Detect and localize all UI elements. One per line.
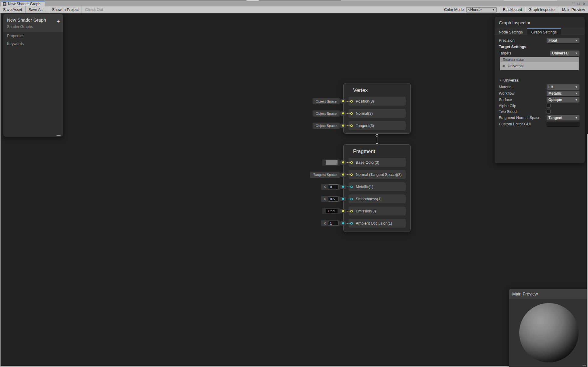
edge-connector-line[interactable] [377, 137, 377, 143]
port-widget: Object Space [313, 123, 351, 129]
port-row-normal: Object Space Normal(3) [348, 109, 406, 118]
color-mode-dropdown[interactable]: <None> ▼ [466, 7, 497, 12]
save-as-button[interactable]: Save As... [26, 6, 49, 13]
float-field: X 0.5 [321, 196, 340, 202]
graph-inspector-panel: Graph Inspector Node Settings Graph Sett… [494, 17, 585, 163]
port-row-tangent: Object Space Tangent(3) [348, 121, 406, 130]
fragment-ports: Base Color(3) Tangent Space Normal (Tang… [344, 158, 410, 228]
port-dash-connector [347, 187, 351, 187]
custom-editor-gui-input[interactable] [547, 122, 579, 127]
fragment-node[interactable]: Fragment Base Color(3) Tangent Space [343, 144, 411, 232]
tab-title: New Shader Graph [8, 2, 40, 6]
main-preview-toggle-button[interactable]: Main Preview [559, 6, 588, 13]
port-row-base-color: Base Color(3) [348, 158, 406, 167]
edge-connector-top[interactable] [376, 134, 378, 137]
targets-value: Universal [552, 51, 569, 55]
float-value-input[interactable]: 1 [328, 221, 338, 226]
port-widget: HDR [322, 208, 351, 214]
workflow-value: Metallic [548, 91, 562, 96]
port-dash-connector [347, 162, 351, 163]
main-preview-panel: Main Preview [509, 288, 588, 367]
tab-graph-settings[interactable]: Graph Settings [527, 28, 561, 35]
preview-resize-handle[interactable] [583, 365, 586, 365]
port-value-dot[interactable] [340, 173, 346, 177]
precision-dropdown[interactable]: Float ▼ [547, 38, 579, 43]
chevron-down-icon: ▼ [575, 52, 578, 55]
vector3-dot-icon [342, 173, 344, 176]
workflow-dropdown[interactable]: Metallic ▼ [547, 91, 579, 96]
reorder-header: Reorder data: [500, 57, 579, 62]
blackboard-section-keywords[interactable]: Keywords [3, 40, 63, 47]
space-dropdown-chip[interactable]: Object Space [313, 98, 340, 104]
reorder-item-universal[interactable]: = Universal [500, 62, 579, 70]
vector3-dot-icon [342, 100, 344, 102]
port-value-dot[interactable] [340, 160, 346, 165]
port-label: Base Color(3) [356, 160, 379, 165]
blackboard-panel: New Shader Graph Shader Graphs + Propert… [3, 14, 63, 137]
port-value-dot[interactable] [340, 209, 346, 213]
port-dash-connector [347, 211, 351, 211]
port-value-dot[interactable] [340, 197, 346, 201]
port-widget: Tangent Space [310, 172, 351, 178]
two-sided-label: Two Sided [499, 110, 547, 114]
space-dropdown-chip[interactable]: Tangent Space [310, 172, 340, 178]
port-value-dot[interactable] [340, 111, 346, 116]
graph-inspector-toggle-button[interactable]: Graph Inspector [525, 6, 559, 13]
add-property-button[interactable]: + [57, 19, 60, 24]
blackboard-resize-handle[interactable] [57, 135, 61, 136]
material-dropdown[interactable]: Lit ▼ [547, 84, 579, 90]
fragment-normal-space-label: Fragment Normal Space [499, 116, 547, 120]
color-swatch[interactable] [326, 160, 338, 165]
drag-handle-icon[interactable]: = [503, 64, 505, 68]
custom-editor-gui-label: Custom Editor GUI [499, 122, 547, 126]
workflow-label: Workflow [499, 91, 547, 96]
precision-label: Precision [499, 38, 547, 43]
port-row-emission: HDR Emission(3) [348, 207, 406, 215]
port-widget: X 1 [321, 220, 351, 226]
vector3-dot-icon [342, 124, 344, 127]
port-value-dot[interactable] [340, 124, 346, 128]
window-controls: ⋮ □ ✕ [571, 2, 586, 6]
hdr-color-field[interactable]: HDR [322, 208, 340, 214]
tab-node-settings[interactable]: Node Settings [495, 28, 527, 35]
alpha-clip-checkbox[interactable] [547, 104, 551, 108]
port-label: Normal(3) [356, 111, 373, 116]
surface-dropdown[interactable]: Opaque ▼ [547, 97, 579, 103]
vertex-node[interactable]: Vertex Object Space Position(3) Object S… [343, 83, 411, 134]
float-value-input[interactable]: 0 [328, 184, 338, 189]
chevron-down-icon: ▼ [575, 39, 578, 42]
port-dash-connector [347, 199, 351, 199]
window-menu-icon[interactable]: ⋮ [571, 2, 575, 6]
graph-inspector-title: Graph Inspector [495, 17, 585, 25]
surface-label: Surface [499, 98, 547, 102]
color-mode-label: Color Mode [441, 8, 466, 12]
window-close-icon[interactable]: ✕ [583, 2, 586, 6]
space-dropdown-chip[interactable]: Object Space [313, 123, 340, 129]
targets-dropdown[interactable]: Universal ▼ [550, 51, 579, 56]
blackboard-section-properties[interactable]: Properties [3, 32, 63, 40]
fragment-normal-space-dropdown[interactable]: Tangent ▼ [547, 115, 579, 121]
background-window-edge [587, 134, 588, 367]
port-value-dot[interactable] [340, 99, 346, 103]
port-value-dot[interactable] [340, 185, 346, 189]
universal-foldout[interactable]: ▼ Universal [499, 77, 579, 83]
hdr-color-swatch[interactable]: HDR [326, 209, 338, 213]
space-dropdown-chip[interactable]: Object Space [313, 110, 340, 117]
float-value-input[interactable]: 0.5 [328, 197, 338, 201]
chevron-down-icon: ▼ [575, 116, 578, 119]
blackboard-subtitle: Shader Graphs [7, 25, 59, 29]
tab-new-shader-graph[interactable]: New Shader Graph [1, 1, 45, 6]
preview-sphere[interactable] [519, 303, 579, 362]
save-asset-button[interactable]: Save Asset [0, 6, 25, 13]
blackboard-header: New Shader Graph Shader Graphs + [3, 14, 63, 32]
blackboard-toggle-button[interactable]: Blackboard [500, 6, 525, 13]
foldout-label: Universal [503, 78, 519, 82]
window-maximize-icon[interactable]: □ [578, 2, 580, 6]
show-in-project-button[interactable]: Show In Project [49, 6, 82, 13]
color-field[interactable] [322, 159, 340, 166]
tab-bar: New Shader Graph ⋮ □ ✕ [0, 1, 588, 6]
two-sided-checkbox[interactable] [547, 110, 551, 114]
x-component-label: X [324, 197, 326, 201]
main-preview-header: Main Preview [509, 289, 588, 299]
port-value-dot[interactable] [340, 221, 346, 225]
